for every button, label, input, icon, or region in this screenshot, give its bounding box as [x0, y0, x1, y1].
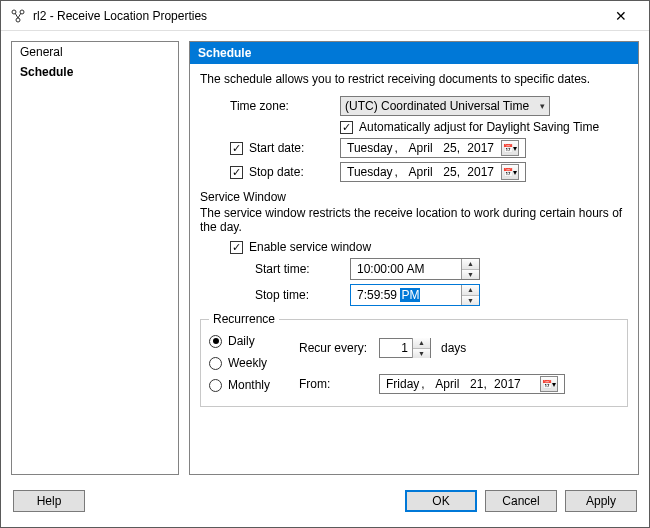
dialog-footer: Help OK Cancel Apply — [1, 485, 649, 527]
help-button[interactable]: Help — [13, 490, 85, 512]
radio-daily[interactable]: Daily — [209, 334, 299, 348]
nav-item-general[interactable]: General — [12, 42, 178, 62]
date-day: 25, — [443, 141, 460, 155]
window-title: rl2 - Receive Location Properties — [33, 9, 601, 23]
titlebar: rl2 - Receive Location Properties ✕ — [1, 1, 649, 31]
checkbox-icon — [230, 142, 243, 155]
radio-weekly[interactable]: Weekly — [209, 356, 299, 370]
stop-date-label: Stop date: — [249, 165, 304, 179]
enable-sw-label: Enable service window — [249, 240, 371, 254]
checkbox-icon — [230, 166, 243, 179]
apply-button[interactable]: Apply — [565, 490, 637, 512]
stop-time-value: 7:59:59 PM — [351, 288, 461, 302]
start-date-label: Start date: — [249, 141, 304, 155]
spin-up-icon[interactable]: ▲ — [413, 338, 430, 349]
nav-panel: General Schedule — [11, 41, 179, 475]
ok-button[interactable]: OK — [405, 490, 477, 512]
start-date-checkbox[interactable]: Start date: — [230, 141, 340, 155]
service-window-desc: The service window restricts the receive… — [200, 206, 628, 234]
content-panel: Schedule The schedule allows you to rest… — [189, 41, 639, 475]
calendar-icon[interactable]: 📅▾ — [501, 140, 519, 156]
recur-unit: days — [441, 341, 466, 355]
recur-value: 1 — [380, 341, 412, 355]
recurrence-legend: Recurrence — [209, 312, 279, 326]
nav-item-schedule[interactable]: Schedule — [12, 62, 178, 82]
radio-icon — [209, 357, 222, 370]
auto-dst-label: Automatically adjust for Daylight Saving… — [359, 120, 599, 134]
radio-icon — [209, 379, 222, 392]
calendar-icon[interactable]: 📅▾ — [540, 376, 558, 392]
stop-date-picker[interactable]: Tuesday , April 25, 2017 📅▾ — [340, 162, 526, 182]
timezone-value: (UTC) Coordinated Universal Time — [345, 99, 529, 113]
dialog-window: rl2 - Receive Location Properties ✕ Gene… — [0, 0, 650, 528]
spinner[interactable]: ▲▼ — [461, 259, 479, 279]
date-day: 21, — [470, 377, 487, 391]
timezone-combo[interactable]: (UTC) Coordinated Universal Time ▾ — [340, 96, 550, 116]
dialog-body: General Schedule Schedule The schedule a… — [1, 31, 649, 485]
radio-label: Daily — [228, 334, 255, 348]
service-window-label: Service Window — [200, 190, 628, 204]
start-date-picker[interactable]: Tuesday , April 25, 2017 📅▾ — [340, 138, 526, 158]
stop-date-checkbox[interactable]: Stop date: — [230, 165, 340, 179]
spin-up-icon[interactable]: ▲ — [462, 259, 479, 270]
recur-every-field[interactable]: 1 ▲▼ — [379, 338, 431, 358]
date-month: April — [409, 165, 433, 179]
panel-title: Schedule — [190, 42, 638, 64]
radio-label: Weekly — [228, 356, 267, 370]
spin-down-icon[interactable]: ▼ — [462, 296, 479, 306]
close-button[interactable]: ✕ — [601, 8, 641, 24]
date-day: 25, — [443, 165, 460, 179]
radio-label: Monthly — [228, 378, 270, 392]
panel-body: The schedule allows you to restrict rece… — [190, 64, 638, 474]
schedule-description: The schedule allows you to restrict rece… — [200, 72, 628, 86]
checkbox-icon — [340, 121, 353, 134]
date-weekday: Tuesday — [347, 141, 393, 155]
spin-down-icon[interactable]: ▼ — [462, 270, 479, 280]
date-weekday: Tuesday — [347, 165, 393, 179]
radio-icon — [209, 335, 222, 348]
spinner[interactable]: ▲▼ — [461, 285, 479, 305]
radio-monthly[interactable]: Monthly — [209, 378, 299, 392]
chevron-down-icon: ▾ — [540, 101, 545, 111]
timezone-label: Time zone: — [230, 99, 340, 113]
checkbox-icon — [230, 241, 243, 254]
date-year: 2017 — [494, 377, 521, 391]
start-time-label: Start time: — [255, 262, 350, 276]
spin-up-icon[interactable]: ▲ — [462, 285, 479, 296]
date-year: 2017 — [467, 165, 494, 179]
from-label: From: — [299, 377, 379, 391]
app-icon — [9, 7, 27, 25]
date-month: April — [409, 141, 433, 155]
spinner[interactable]: ▲▼ — [412, 338, 430, 358]
stop-time-label: Stop time: — [255, 288, 350, 302]
recurrence-group: Recurrence Daily Weekly Monthly Recur ev… — [200, 312, 628, 407]
calendar-icon[interactable]: 📅▾ — [501, 164, 519, 180]
start-time-field[interactable]: 10:00:00 AM ▲▼ — [350, 258, 480, 280]
spin-down-icon[interactable]: ▼ — [413, 349, 430, 359]
from-date-picker[interactable]: Friday , April 21, 2017 📅▾ — [379, 374, 565, 394]
start-time-value: 10:00:00 AM — [351, 262, 461, 276]
svg-point-2 — [16, 18, 20, 22]
auto-dst-checkbox[interactable]: Automatically adjust for Daylight Saving… — [340, 120, 599, 134]
date-year: 2017 — [467, 141, 494, 155]
date-weekday: Friday — [386, 377, 419, 391]
cancel-button[interactable]: Cancel — [485, 490, 557, 512]
date-month: April — [435, 377, 459, 391]
recur-every-label: Recur every: — [299, 341, 379, 355]
stop-time-field[interactable]: 7:59:59 PM ▲▼ — [350, 284, 480, 306]
enable-service-window-checkbox[interactable]: Enable service window — [230, 240, 371, 254]
